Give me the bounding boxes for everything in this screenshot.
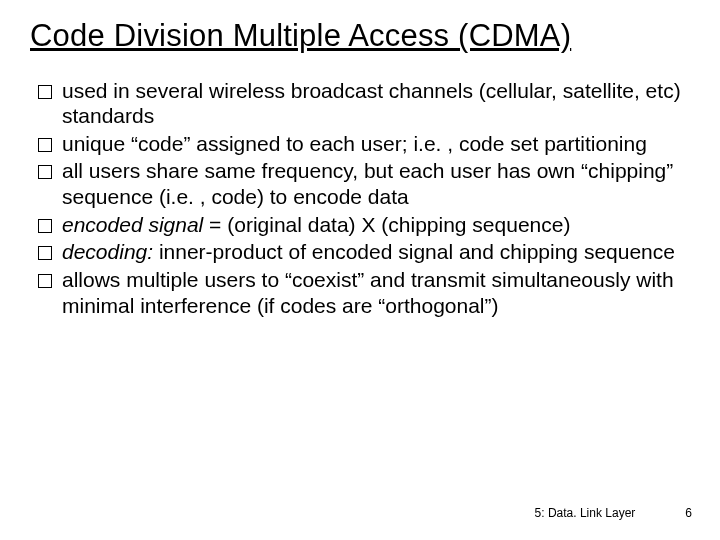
bullet-text: all users share same frequency, but each…: [62, 158, 690, 209]
bullet-text: decoding: inner-product of encoded signa…: [62, 239, 690, 265]
bullet-text: used in several wireless broadcast chann…: [62, 78, 690, 129]
slide: Code Division Multiple Access (CDMA) use…: [0, 0, 720, 540]
bullet-text: allows multiple users to “coexist” and t…: [62, 267, 690, 318]
slide-footer: 5: Data. Link Layer6: [535, 506, 692, 520]
list-item: allows multiple users to “coexist” and t…: [38, 267, 690, 318]
bullet-text: encoded signal = (original data) X (chip…: [62, 212, 690, 238]
footer-page-number: 6: [685, 506, 692, 520]
list-item: decoding: inner-product of encoded signa…: [38, 239, 690, 265]
bullet-text: unique “code” assigned to each user; i.e…: [62, 131, 690, 157]
list-item: all users share same frequency, but each…: [38, 158, 690, 209]
bullet-text-rest: inner-product of encoded signal and chip…: [153, 240, 675, 263]
bullet-square-icon: [38, 138, 52, 152]
bullet-square-icon: [38, 246, 52, 260]
bullet-square-icon: [38, 85, 52, 99]
bullet-text-rest: = (original data) X (chipping sequence): [203, 213, 570, 236]
list-item: used in several wireless broadcast chann…: [38, 78, 690, 129]
list-item: unique “code” assigned to each user; i.e…: [38, 131, 690, 157]
bullet-square-icon: [38, 165, 52, 179]
emphasis: encoded signal: [62, 213, 203, 236]
bullet-square-icon: [38, 274, 52, 288]
list-item: encoded signal = (original data) X (chip…: [38, 212, 690, 238]
bullet-square-icon: [38, 219, 52, 233]
emphasis: decoding:: [62, 240, 153, 263]
bullet-list: used in several wireless broadcast chann…: [38, 78, 690, 318]
slide-title: Code Division Multiple Access (CDMA): [30, 18, 690, 54]
footer-chapter: 5: Data. Link Layer: [535, 506, 636, 520]
